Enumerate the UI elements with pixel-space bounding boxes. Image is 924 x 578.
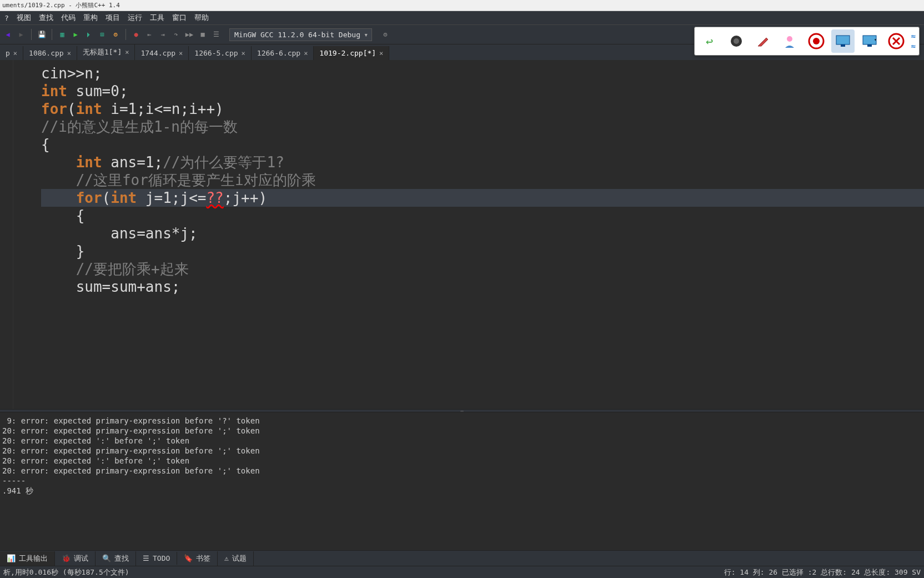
svg-point-4 — [813, 38, 820, 44]
menu-help[interactable]: 帮助 — [191, 12, 212, 24]
tab-item-active[interactable]: 1019-2.cpp[*]× — [314, 46, 389, 60]
list-icon: ☰ — [143, 554, 149, 562]
close-icon[interactable]: × — [125, 48, 129, 56]
tab-item[interactable]: p× — [0, 46, 23, 60]
compiler-select[interactable]: MinGW GCC 11.2.0 64-bit Debug — [229, 28, 372, 41]
btab-find[interactable]: 🔍查找 — [96, 551, 136, 566]
tab-item[interactable]: 1266-5.cpp× — [189, 46, 252, 60]
close-icon[interactable] — [885, 29, 908, 53]
record-icon[interactable] — [805, 29, 828, 53]
btab-tool-output[interactable]: 📊工具输出 — [0, 551, 55, 566]
continue-icon[interactable]: ▶▶ — [184, 29, 195, 40]
monitor2-icon[interactable]: ▾ — [858, 29, 881, 53]
bookmark-icon: 🔖 — [184, 554, 193, 562]
expand-up-icon[interactable]: ≈ — [911, 32, 916, 41]
step-over-icon[interactable]: ↷ — [170, 29, 182, 40]
tab-item[interactable]: 1086.cpp× — [23, 46, 77, 60]
menu-code[interactable]: 代码 — [58, 12, 79, 24]
menu-file[interactable]: ? — [1, 13, 12, 23]
window-title: uments/1019-2.cpp - 小熊猫C++ 1.4 — [2, 1, 120, 9]
editor-area: cin>>n; int sum=0; for(int i=1;i<=n;i++)… — [0, 60, 924, 409]
chart-icon: 📊 — [7, 554, 16, 562]
close-icon[interactable]: × — [13, 49, 17, 57]
debug-icon[interactable]: ⚙ — [110, 29, 121, 40]
svg-text:▾: ▾ — [874, 37, 877, 42]
run-icon[interactable]: ▶ — [70, 29, 81, 40]
gutter[interactable] — [0, 60, 13, 409]
forward-icon[interactable]: ▶ — [16, 29, 27, 40]
close-icon[interactable]: × — [179, 49, 183, 57]
breakpoint-icon[interactable]: ● — [130, 29, 142, 40]
svg-rect-6 — [841, 44, 845, 47]
menu-view[interactable]: 视图 — [13, 12, 34, 24]
btab-bookmark[interactable]: 🔖书签 — [177, 551, 218, 566]
expand-down-icon[interactable]: ≈ — [911, 42, 916, 51]
warning-icon: ⚠ — [224, 554, 229, 562]
title-bar: uments/1019-2.cpp - 小熊猫C++ 1.4 — [0, 0, 924, 11]
btab-todo[interactable]: ☰TODO — [136, 552, 177, 565]
menu-find[interactable]: 查找 — [36, 12, 57, 24]
svg-point-1 — [734, 38, 739, 44]
outdent-icon[interactable]: ⇤ — [144, 29, 155, 40]
status-bar: 析,用时0.016秒 (每秒187.5个文件) 行: 14 列: 26 已选择 … — [0, 566, 924, 578]
svg-point-2 — [787, 36, 792, 42]
menu-run[interactable]: 运行 — [124, 12, 145, 24]
svg-rect-5 — [836, 36, 850, 44]
menu-refactor[interactable]: 重构 — [80, 12, 101, 24]
bug-icon: 🐞 — [62, 554, 71, 562]
close-icon[interactable]: × — [304, 49, 308, 57]
btab-problem[interactable]: ⚠试题 — [218, 551, 254, 566]
indent-icon[interactable]: ⇥ — [157, 29, 168, 40]
menu-project[interactable]: 项目 — [102, 12, 123, 24]
step-into-icon[interactable]: ☰ — [210, 29, 222, 40]
output-panel[interactable]: 9: error: expected primary-expression be… — [0, 412, 924, 550]
menu-tools[interactable]: 工具 — [147, 12, 168, 24]
code-editor[interactable]: cin>>n; int sum=0; for(int i=1;i<=n;i++)… — [13, 60, 924, 409]
close-icon[interactable]: × — [67, 49, 71, 57]
back-icon[interactable]: ◀ — [2, 29, 13, 40]
monitor1-icon[interactable] — [831, 29, 855, 53]
settings-icon[interactable]: ⚙ — [380, 29, 391, 40]
svg-rect-8 — [867, 44, 872, 47]
user-icon[interactable] — [778, 29, 801, 53]
menu-window[interactable]: 窗口 — [169, 12, 190, 24]
camera-icon[interactable] — [725, 29, 748, 53]
status-right: 行: 14 列: 26 已选择 :2 总行数: 24 总长度: 309 SV — [724, 567, 921, 577]
pencil-icon[interactable] — [751, 29, 775, 53]
stop-icon[interactable]: ■ — [197, 29, 208, 40]
tab-item[interactable]: 1744.cpp× — [135, 46, 189, 60]
build-icon[interactable]: ▦ — [57, 29, 68, 40]
close-icon[interactable]: × — [242, 49, 245, 57]
tab-item[interactable]: 1266-6.cpp× — [252, 46, 314, 60]
floating-toolbar: ↩ ▾ ≈ ≈ — [694, 27, 920, 56]
save-icon[interactable]: 💾 — [36, 29, 47, 40]
status-left: 析,用时0.016秒 (每秒187.5个文件) — [3, 567, 129, 577]
bottom-tabs: 📊工具输出 🐞调试 🔍查找 ☰TODO 🔖书签 ⚠试题 — [0, 550, 924, 566]
search-icon: 🔍 — [102, 554, 111, 562]
close-icon[interactable]: × — [379, 49, 383, 57]
rebuild-icon[interactable]: ⊞ — [97, 29, 108, 40]
btab-debug[interactable]: 🐞调试 — [55, 551, 96, 566]
undo-icon[interactable]: ↩ — [698, 29, 721, 53]
build-run-icon[interactable]: ⏵ — [83, 29, 94, 40]
menu-bar: ? 视图 查找 代码 重构 项目 运行 工具 窗口 帮助 — [0, 11, 924, 24]
tab-item[interactable]: 无标题1[*]× — [77, 44, 135, 60]
